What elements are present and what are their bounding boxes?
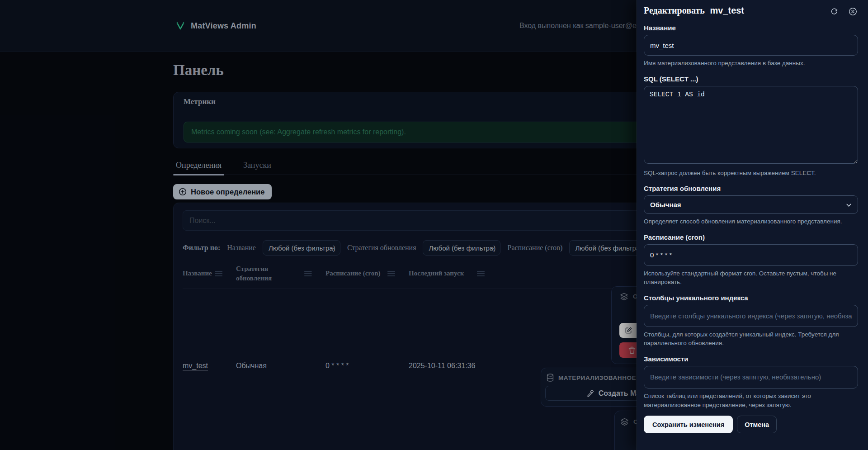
sql-field-help: SQL-запрос должен быть корректным выраже… — [644, 169, 858, 178]
drawer-title-prefix: Редактировать — [644, 5, 705, 15]
schedule-field-label: Расписание (cron) — [644, 233, 858, 241]
strategy-field-help: Определяет способ обновления материализо… — [644, 217, 858, 226]
edit-drawer: Редактировать mv_test Названи — [637, 0, 868, 450]
strategy-field-select[interactable]: Обычная — [644, 195, 858, 214]
strategy-field-label: Стратегия обновления — [644, 185, 858, 192]
drawer-actions: Сохранить изменения Отмена — [644, 416, 858, 433]
drawer-title-name: mv_test — [710, 5, 744, 15]
reload-icon — [830, 7, 839, 16]
cancel-button[interactable]: Отмена — [737, 416, 777, 433]
dependencies-field-help: Список таблиц или представлений, от кото… — [644, 392, 858, 409]
save-button[interactable]: Сохранить изменения — [644, 416, 733, 433]
page: MatViews Admin Вход выполнен как sample-… — [0, 0, 868, 450]
schedule-field-help: Используйте стандартный формат cron. Ост… — [644, 269, 858, 287]
unique-index-field-input[interactable] — [644, 305, 858, 327]
chevron-down-icon — [845, 202, 852, 208]
unique-index-field-label: Столбцы уникального индекса — [644, 294, 858, 302]
reload-button[interactable] — [829, 6, 840, 17]
name-field-label: Название — [644, 24, 858, 32]
drawer-title: Редактировать mv_test — [644, 5, 744, 16]
close-drawer-button[interactable] — [848, 6, 858, 17]
drawer-header-icons — [829, 6, 858, 17]
name-field-input[interactable] — [644, 35, 858, 56]
dependencies-field-label: Зависимости — [644, 355, 858, 363]
dependencies-field-input[interactable] — [644, 366, 858, 388]
sql-field-label: SQL (SELECT ...) — [644, 75, 858, 83]
drawer-header: Редактировать mv_test — [644, 5, 858, 17]
strategy-field-value: Обычная — [650, 201, 681, 208]
sql-field-textarea[interactable]: SELECT 1 AS id — [644, 86, 858, 164]
name-field-help: Имя материализованного представления в б… — [644, 59, 858, 68]
schedule-field-input[interactable] — [644, 244, 858, 266]
unique-index-field-help: Столбцы, для которых создаётся уникальны… — [644, 330, 858, 348]
close-circle-icon — [849, 7, 857, 16]
